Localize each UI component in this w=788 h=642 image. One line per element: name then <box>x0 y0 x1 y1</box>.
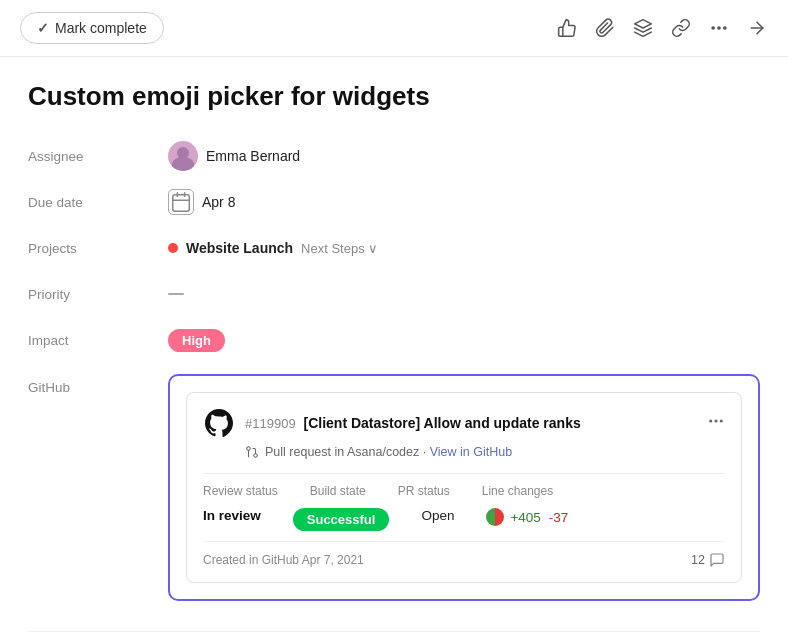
project-color-dot <box>168 243 178 253</box>
assignee-label: Assignee <box>28 149 168 164</box>
svg-point-11 <box>720 420 722 422</box>
priority-value[interactable] <box>168 293 184 295</box>
link-icon[interactable] <box>670 17 692 39</box>
github-card: #119909 [Client Datastore] Allow and upd… <box>186 392 742 583</box>
toolbar: ✓ Mark complete <box>0 0 788 57</box>
comments-count: 12 <box>691 553 705 567</box>
pr-stats-values: In review Successful Open + <box>203 508 725 531</box>
comment-icon <box>709 552 725 568</box>
toolbar-actions <box>556 17 768 39</box>
svg-point-2 <box>718 27 720 29</box>
build-state-value: Successful <box>293 508 390 531</box>
build-state-label: Build state <box>310 484 366 498</box>
github-logo-icon <box>203 407 235 439</box>
github-card-header: #119909 [Client Datastore] Allow and upd… <box>203 407 725 439</box>
view-in-github-link[interactable]: View in GitHub <box>430 445 512 459</box>
due-date-label: Due date <box>28 195 168 210</box>
review-status-stat: Review status <box>203 484 278 498</box>
projects-row: Projects Website Launch Next Steps ∨ <box>28 232 760 264</box>
pr-status-label: PR status <box>398 484 450 498</box>
mark-complete-button[interactable]: ✓ Mark complete <box>20 12 164 44</box>
due-date: Apr 8 <box>202 194 235 210</box>
github-content: #119909 [Client Datastore] Allow and upd… <box>168 370 760 617</box>
more-options-icon[interactable] <box>708 17 730 39</box>
lines-deleted: -37 <box>549 510 569 525</box>
svg-point-12 <box>254 454 258 458</box>
github-more-button[interactable] <box>707 412 725 435</box>
line-changes-donut <box>486 508 504 526</box>
projects-label: Projects <box>28 241 168 256</box>
pr-stats-labels: Review status Build state PR status Line… <box>203 484 725 498</box>
github-comments[interactable]: 12 <box>691 552 725 568</box>
assignee-row: Assignee Emma Bernard <box>28 140 760 172</box>
build-state-stat: Build state <box>310 484 366 498</box>
lines-added: +405 <box>510 510 540 525</box>
layers-icon[interactable] <box>632 17 654 39</box>
line-changes-text: +405 -37 <box>510 510 568 525</box>
github-footer: Created in GitHub Apr 7, 2021 12 <box>203 552 725 568</box>
svg-point-1 <box>712 27 714 29</box>
review-status-value: In review <box>203 508 261 523</box>
task-title: Custom emoji picker for widgets <box>28 81 760 112</box>
calendar-icon <box>168 189 194 215</box>
line-changes-value-container: +405 -37 <box>486 508 568 531</box>
review-status-label: Review status <box>203 484 278 498</box>
pr-title: [Client Datastore] Allow and update rank… <box>304 415 581 431</box>
github-created-text: Created in GitHub Apr 7, 2021 <box>203 553 364 567</box>
svg-point-13 <box>247 447 251 451</box>
github-section: #119909 [Client Datastore] Allow and upd… <box>168 374 760 601</box>
review-status-value-container: In review <box>203 508 261 531</box>
pull-request-icon <box>245 445 259 459</box>
project-section[interactable]: Next Steps ∨ <box>301 241 378 256</box>
checkmark-icon: ✓ <box>37 20 49 36</box>
github-row: GitHub #119909 [Client Datastore] A <box>28 370 760 617</box>
impact-badge[interactable]: High <box>168 329 225 352</box>
line-changes-stat: Line changes <box>482 484 553 498</box>
main-content: Custom emoji picker for widgets Assignee… <box>0 57 788 642</box>
github-subtitle-text: Pull request in Asana/codez · View in Gi… <box>265 445 512 459</box>
svg-marker-0 <box>635 20 652 28</box>
projects-value: Website Launch Next Steps ∨ <box>168 240 378 256</box>
pr-status-value-container: Open <box>421 508 454 531</box>
description-row: Description Add description <box>28 631 760 642</box>
assignee-value[interactable]: Emma Bernard <box>168 141 300 171</box>
stats-divider <box>203 473 725 474</box>
pr-number: #119909 <box>245 416 296 431</box>
paperclip-icon[interactable] <box>594 17 616 39</box>
build-state-value-container: Successful <box>293 508 390 531</box>
impact-label: Impact <box>28 333 168 348</box>
project-name[interactable]: Website Launch <box>186 240 293 256</box>
github-pr-title-text: #119909 [Client Datastore] Allow and upd… <box>245 415 581 431</box>
priority-dash <box>168 293 184 295</box>
svg-rect-5 <box>173 195 190 212</box>
footer-divider <box>203 541 725 542</box>
pr-status-stat: PR status <box>398 484 450 498</box>
line-changes-display: +405 -37 <box>486 508 568 526</box>
impact-value: High <box>168 329 225 352</box>
github-title-row: #119909 [Client Datastore] Allow and upd… <box>203 407 581 439</box>
svg-point-10 <box>715 420 717 422</box>
due-date-value[interactable]: Apr 8 <box>168 189 235 215</box>
pr-status-value: Open <box>421 508 454 523</box>
expand-icon[interactable] <box>746 17 768 39</box>
impact-row: Impact High <box>28 324 760 356</box>
assignee-name: Emma Bernard <box>206 148 300 164</box>
svg-point-9 <box>710 420 712 422</box>
thumbsup-icon[interactable] <box>556 17 578 39</box>
priority-label: Priority <box>28 287 168 302</box>
line-changes-label: Line changes <box>482 484 553 498</box>
avatar <box>168 141 198 171</box>
svg-point-3 <box>724 27 726 29</box>
mark-complete-label: Mark complete <box>55 20 147 36</box>
github-label: GitHub <box>28 370 168 395</box>
due-date-row: Due date Apr 8 <box>28 186 760 218</box>
github-subtitle: Pull request in Asana/codez · View in Gi… <box>245 445 725 459</box>
priority-row: Priority <box>28 278 760 310</box>
